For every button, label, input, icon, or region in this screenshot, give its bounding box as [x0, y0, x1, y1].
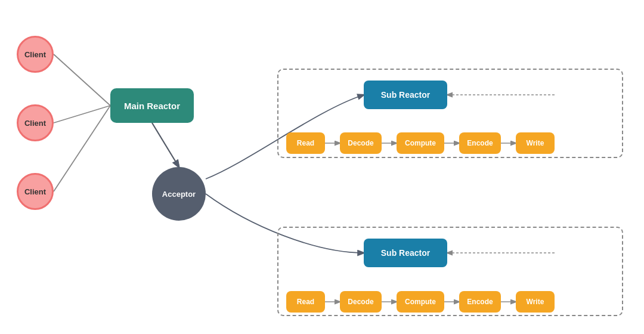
dashed-box-2 [277, 227, 623, 316]
pipeline-node-encode-2: Encode [459, 291, 501, 313]
pipeline-node-decode-1: Decode [340, 132, 382, 154]
pipeline-node-write-1: Write [516, 132, 555, 154]
pipeline-label-write-1: Write [527, 139, 544, 147]
pipeline-node-compute-2: Compute [397, 291, 444, 313]
pipeline-label-read-2: Read [297, 298, 314, 306]
svg-line-3 [152, 123, 179, 167]
pipeline-label-write-2: Write [527, 298, 544, 306]
svg-line-1 [54, 106, 110, 123]
client-label-3: Client [24, 187, 46, 196]
acceptor-label: Acceptor [162, 190, 196, 199]
client-label-2: Client [24, 119, 46, 128]
pipeline-node-decode-2: Decode [340, 291, 382, 313]
main-reactor-label: Main Reactor [124, 101, 180, 111]
pipeline-label-decode-1: Decode [348, 139, 373, 147]
svg-line-15 [152, 123, 179, 167]
pipeline-label-encode-1: Encode [467, 139, 493, 147]
client-label-1: Client [24, 50, 46, 59]
pipeline-label-decode-2: Decode [348, 298, 373, 306]
pipeline-node-write-2: Write [516, 291, 555, 313]
pipeline-node-read-2: Read [286, 291, 325, 313]
svg-line-2 [54, 106, 110, 191]
sub-reactor-node-1: Sub Reactor [364, 81, 447, 109]
acceptor-node: Acceptor [152, 167, 206, 221]
pipeline-node-read-1: Read [286, 132, 325, 154]
pipeline-node-encode-1: Encode [459, 132, 501, 154]
pipeline-label-read-1: Read [297, 139, 314, 147]
svg-line-0 [54, 54, 110, 106]
client-node-3: Client [17, 173, 54, 210]
sub-reactor-label-1: Sub Reactor [381, 90, 430, 100]
pipeline-node-compute-1: Compute [397, 132, 444, 154]
client-node-1: Client [17, 36, 54, 73]
svg-line-14 [152, 123, 179, 167]
main-reactor-node: Main Reactor [110, 88, 194, 123]
client-node-2: Client [17, 104, 54, 141]
diagram: Client Client Client Main Reactor Accept… [0, 0, 644, 334]
pipeline-label-compute-1: Compute [405, 139, 436, 147]
dashed-box-1 [277, 69, 623, 158]
pipeline-label-compute-2: Compute [405, 298, 436, 306]
sub-reactor-node-2: Sub Reactor [364, 239, 447, 267]
sub-reactor-label-2: Sub Reactor [381, 248, 430, 258]
pipeline-label-encode-2: Encode [467, 298, 493, 306]
